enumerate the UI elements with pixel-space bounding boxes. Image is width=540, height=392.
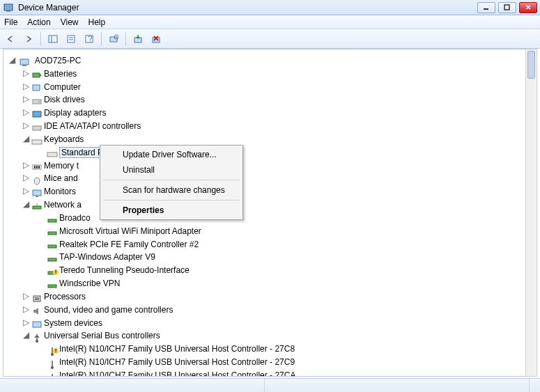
menu-help[interactable]: Help (88, 17, 106, 27)
tree-monitors[interactable]: ▷Monitors (9, 185, 535, 198)
device-tree-panel: ◢ AOD725-PC ▷Batteries ▷Computer ▷Disk d… (3, 49, 537, 377)
forward-button[interactable] (21, 31, 36, 47)
battery-icon (31, 69, 43, 79)
tree-usb-item[interactable]: Intel(R) N10/ICH7 Family USB Universal H… (9, 342, 535, 355)
tree-memory[interactable]: ▷Memory t (9, 159, 535, 172)
svg-rect-18 (22, 65, 26, 66)
ctx-separator (103, 200, 240, 201)
expand-icon[interactable]: ▷ (23, 80, 31, 93)
tree-computer[interactable]: ▷Computer (9, 80, 535, 93)
svg-rect-43 (48, 272, 56, 274)
update-driver-button[interactable] (130, 31, 146, 47)
ctx-properties[interactable]: Properties (102, 203, 241, 218)
computer-icon (31, 81, 43, 91)
tree-network[interactable]: ◢Network a (9, 198, 535, 211)
show-hide-tree-button[interactable] (45, 31, 61, 47)
expand-icon[interactable]: ▷ (23, 185, 31, 197)
tree-batteries[interactable]: ▷Batteries (9, 67, 535, 80)
collapse-icon[interactable]: ◢ (23, 198, 31, 210)
ctx-separator (103, 180, 240, 180)
ctx-update-driver[interactable]: Update Driver Software... (102, 147, 241, 162)
svg-rect-39 (48, 219, 56, 222)
titlebar: Device Manager ✕ (0, 0, 540, 15)
menu-view[interactable]: View (61, 17, 79, 27)
network-adapter-icon (47, 279, 58, 288)
tree-ide[interactable]: ▷IDE ATA/ATAPI controllers (9, 119, 535, 132)
network-adapter-icon (47, 213, 58, 223)
network-adapter-icon (47, 226, 58, 236)
network-adapter-icon (47, 239, 58, 249)
svg-rect-36 (36, 196, 38, 197)
tree-mice[interactable]: ▷Mice and (9, 171, 535, 185)
memory-icon (31, 160, 43, 170)
mouse-icon (31, 173, 43, 183)
expand-icon[interactable]: ▷ (23, 119, 31, 132)
svg-rect-46 (35, 297, 39, 300)
tree-usb[interactable]: ◢Universal Serial Bus controllers (9, 329, 535, 342)
svg-rect-22 (33, 100, 41, 104)
svg-rect-44 (48, 285, 56, 288)
menu-action[interactable]: Action (27, 17, 50, 27)
tree-processors[interactable]: ▷Processors (9, 290, 535, 303)
scrollbar-thumb[interactable] (527, 51, 535, 79)
keyboard-icon (47, 148, 58, 157)
expand-icon[interactable]: ▷ (23, 303, 31, 315)
tree-sound[interactable]: ▷Sound, video and game controllers (9, 303, 535, 316)
back-button[interactable] (3, 31, 18, 47)
svg-rect-11 (110, 37, 117, 42)
collapse-icon[interactable]: ◢ (9, 54, 17, 66)
expand-icon[interactable]: ▷ (23, 316, 31, 329)
tree-net-windscribe[interactable]: Windscribe VPN (9, 276, 535, 290)
tree-usb-item[interactable]: Intel(R) N10/ICH7 Family USB Universal H… (9, 368, 535, 376)
close-button[interactable]: ✕ (519, 2, 537, 13)
expand-icon[interactable]: ▷ (23, 159, 31, 171)
help-button[interactable]: ? (82, 31, 97, 47)
tree-net-realtek[interactable]: Realtek PCIe FE Family Controller #2 (9, 237, 535, 251)
tree-root[interactable]: ◢ AOD725-PC (9, 54, 535, 67)
tree-keyboards[interactable]: ◢Keyboards (9, 132, 535, 146)
collapse-icon[interactable]: ◢ (23, 132, 31, 145)
vertical-scrollbar[interactable] (525, 49, 537, 377)
tree-net-msvirt[interactable]: Microsoft Virtual WiFi Miniport Adapter (9, 224, 535, 237)
tree-net-tap[interactable]: TAP-Windows Adapter V9 (9, 250, 535, 263)
svg-rect-35 (33, 190, 41, 196)
properties-button[interactable] (63, 31, 79, 47)
tree-keyboard-ps2[interactable]: Standard PS/2 Keyboard (9, 146, 535, 159)
expand-icon[interactable]: ▷ (23, 67, 31, 79)
svg-rect-6 (68, 36, 75, 42)
svg-rect-21 (33, 85, 40, 91)
uninstall-button[interactable] (148, 31, 164, 47)
tree-net-broadcom[interactable]: Broadco (9, 211, 535, 224)
statusbar (0, 378, 540, 392)
maximize-button[interactable] (498, 2, 516, 13)
tree-sysdev[interactable]: ▷System devices (9, 316, 535, 329)
tree-usb-item[interactable]: Intel(R) N10/ICH7 Family USB Universal H… (9, 355, 535, 368)
collapse-icon[interactable]: ◢ (23, 329, 31, 341)
device-tree[interactable]: ◢ AOD725-PC ▷Batteries ▷Computer ▷Disk d… (3, 49, 537, 376)
monitor-icon (31, 187, 43, 196)
menu-file[interactable]: File (4, 17, 17, 27)
usb-icon (31, 331, 43, 340)
network-icon (31, 200, 43, 210)
expand-icon[interactable]: ▷ (23, 290, 31, 302)
system-icon (31, 317, 43, 327)
scan-hardware-button[interactable] (106, 31, 121, 47)
computer-icon (20, 56, 31, 65)
svg-text:?: ? (88, 34, 93, 44)
expand-icon[interactable]: ▷ (23, 93, 31, 105)
minimize-button[interactable] (477, 2, 495, 13)
svg-rect-40 (48, 232, 56, 235)
display-icon (31, 108, 43, 118)
tree-net-teredo[interactable]: Teredo Tunneling Pseudo-Interface (9, 263, 535, 276)
keyboard-icon (31, 134, 43, 144)
svg-point-23 (38, 101, 40, 102)
ctx-uninstall[interactable]: Uninstall (102, 162, 241, 178)
tree-display[interactable]: ▷Display adapters (9, 106, 535, 119)
expand-icon[interactable]: ▷ (23, 106, 31, 118)
ctx-scan[interactable]: Scan for hardware changes (102, 182, 241, 198)
cpu-icon (31, 292, 43, 301)
svg-rect-3 (504, 5, 509, 10)
expand-icon[interactable]: ▷ (23, 171, 31, 184)
svg-rect-24 (33, 111, 41, 117)
tree-disk[interactable]: ▷Disk drives (9, 93, 535, 106)
